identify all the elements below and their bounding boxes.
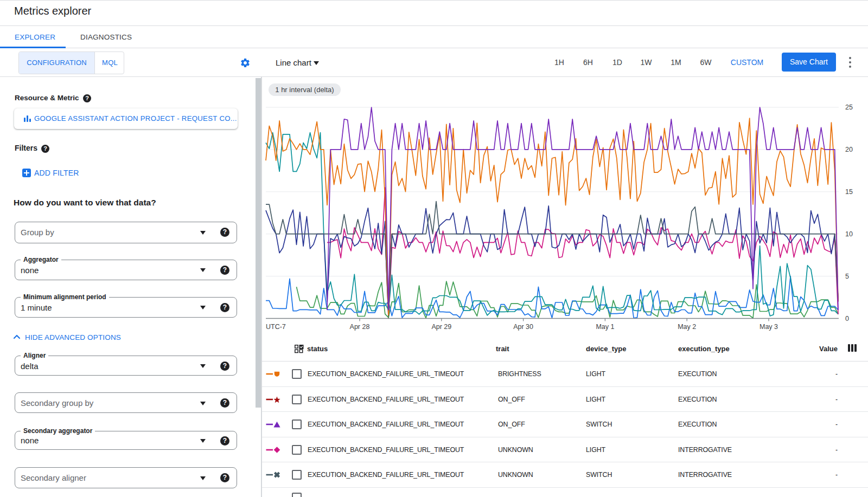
- svg-text:5: 5: [845, 273, 849, 280]
- svg-text:May 1: May 1: [596, 323, 614, 331]
- svg-text:Apr 28: Apr 28: [350, 323, 370, 331]
- svg-text:May 2: May 2: [678, 323, 696, 331]
- svg-text:20: 20: [845, 146, 853, 153]
- svg-text:Apr 29: Apr 29: [431, 323, 451, 331]
- svg-text:25: 25: [845, 104, 853, 111]
- svg-text:15: 15: [845, 188, 853, 196]
- svg-text:10: 10: [845, 230, 853, 238]
- svg-text:0: 0: [845, 315, 849, 322]
- svg-text:UTC-7: UTC-7: [266, 323, 286, 331]
- svg-text:May 3: May 3: [760, 323, 778, 331]
- svg-text:Apr 30: Apr 30: [513, 323, 533, 331]
